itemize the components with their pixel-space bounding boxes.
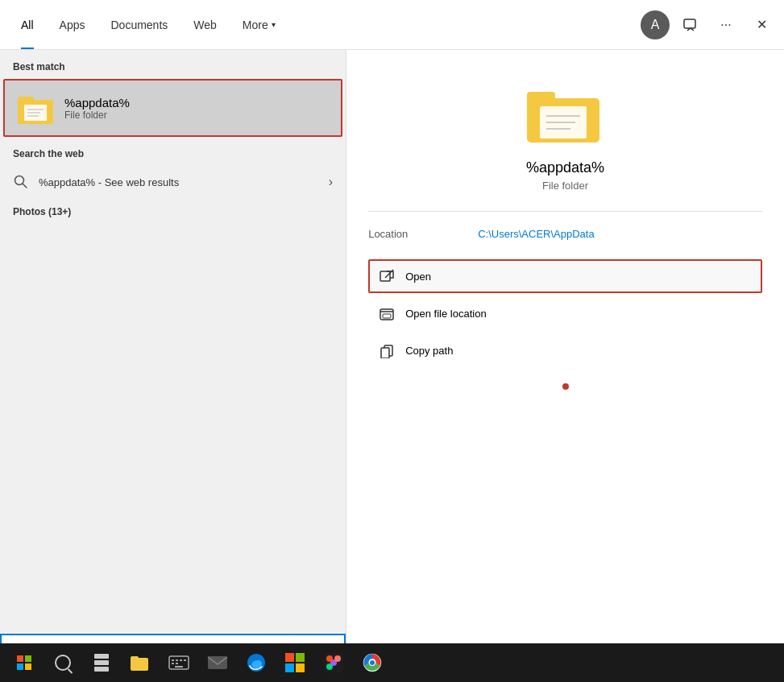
svg-rect-27 (25, 663, 31, 670)
svg-rect-41 (296, 653, 305, 662)
svg-point-46 (326, 655, 333, 662)
folder-icon (16, 89, 55, 127)
right-folder-subtitle: File folder (542, 180, 588, 192)
tab-apps-label: Apps (60, 19, 85, 31)
svg-rect-24 (17, 655, 23, 662)
left-panel: Best match %appdata% File folder (0, 50, 346, 682)
svg-rect-36 (176, 663, 178, 664)
taskbar (0, 643, 784, 682)
taskbar-explorer-btn[interactable] (122, 645, 158, 680)
close-btn[interactable]: ✕ (747, 10, 776, 39)
svg-rect-23 (381, 348, 389, 358)
svg-rect-33 (180, 659, 182, 661)
svg-rect-34 (184, 659, 186, 661)
tab-documents-label: Documents (110, 19, 168, 31)
svg-point-47 (334, 655, 341, 662)
best-match-item[interactable]: %appdata% File folder (3, 79, 342, 137)
svg-rect-31 (172, 659, 174, 661)
svg-point-48 (326, 663, 333, 670)
svg-line-9 (23, 184, 27, 188)
avatar-letter: A (651, 18, 660, 32)
open-label: Open (405, 271, 431, 283)
top-tabs-right: A ··· ✕ (641, 10, 776, 39)
red-dot-indicator (562, 383, 569, 390)
taskview-icon (94, 654, 109, 672)
taskbar-search-icon (55, 655, 71, 671)
best-match-subtitle: File folder (64, 110, 130, 121)
tab-all[interactable]: All (8, 0, 47, 49)
open-file-location-label: Open file location (405, 308, 486, 320)
edge-icon (246, 652, 267, 673)
right-panel: %appdata% File folder Location C:\Users\… (346, 50, 784, 682)
taskbar-chrome-btn[interactable] (355, 645, 390, 680)
copy-path-icon (378, 341, 396, 359)
divider (368, 211, 762, 212)
svg-rect-42 (285, 663, 294, 672)
taskbar-taskview-btn[interactable] (84, 645, 119, 680)
open-file-location-button[interactable]: Open file location (368, 296, 762, 330)
open-file-location-icon (378, 304, 396, 322)
taskbar-figma-btn[interactable] (316, 645, 351, 680)
svg-rect-43 (296, 663, 305, 672)
explorer-icon (130, 652, 151, 673)
svg-point-52 (370, 660, 375, 665)
photos-label: Photos (13+) (0, 198, 346, 224)
right-folder-title: %appdata% (526, 159, 604, 176)
more-options-label: ··· (720, 18, 731, 32)
svg-rect-18 (380, 271, 390, 281)
svg-rect-25 (25, 655, 31, 662)
taskbar-search-btn[interactable] (45, 645, 81, 680)
copy-path-label: Copy path (405, 345, 453, 357)
action-list: Open Open file location (368, 259, 762, 367)
tab-more-label: More (243, 19, 268, 31)
taskbar-keyboard-btn[interactable] (161, 645, 197, 680)
web-search-icon (13, 174, 29, 190)
open-button[interactable]: Open (368, 259, 762, 293)
open-icon (378, 267, 396, 285)
left-panel-spacer (0, 224, 346, 634)
best-match-label: Best match (0, 50, 346, 79)
tab-more[interactable]: More ▾ (230, 0, 288, 49)
keyboard-icon (168, 654, 189, 672)
taskbar-mail-btn[interactable] (200, 645, 235, 680)
location-row: Location C:\Users\ACER\AppData (368, 228, 762, 240)
svg-rect-40 (285, 653, 294, 662)
tab-apps[interactable]: Apps (47, 0, 98, 49)
taskbar-edge-btn[interactable] (239, 645, 274, 680)
svg-rect-38 (208, 656, 227, 669)
more-options-btn[interactable]: ··· (711, 10, 740, 39)
top-tabs: All Apps Documents Web More ▾ A (0, 0, 784, 50)
best-match-text: %appdata% File folder (64, 96, 130, 121)
arrow-right-icon: › (329, 175, 333, 189)
svg-rect-29 (131, 656, 139, 661)
close-icon: ✕ (757, 17, 767, 32)
chat-icon-btn[interactable] (676, 10, 705, 39)
tab-web-label: Web (193, 19, 217, 31)
chevron-down-icon: ▾ (272, 20, 276, 29)
store-icon (284, 652, 305, 673)
svg-rect-0 (684, 19, 695, 28)
svg-rect-32 (176, 659, 178, 661)
best-match-title: %appdata% (64, 96, 130, 110)
svg-rect-35 (172, 663, 174, 664)
location-value[interactable]: C:\Users\ACER\AppData (478, 228, 595, 240)
start-button[interactable] (6, 645, 42, 680)
tab-documents[interactable]: Documents (97, 0, 180, 49)
svg-rect-21 (383, 314, 391, 318)
svg-rect-26 (17, 663, 23, 670)
avatar[interactable]: A (641, 10, 670, 39)
search-window: All Apps Documents Web More ▾ A (0, 0, 784, 682)
tab-all-label: All (21, 19, 34, 31)
tab-web[interactable]: Web (180, 0, 230, 49)
search-web-label: Search the web (0, 137, 346, 166)
figma-icon (323, 652, 344, 673)
web-search-item[interactable]: %appdata% - See web results › (0, 166, 346, 198)
copy-path-button[interactable]: Copy path (368, 333, 762, 367)
chrome-icon (362, 652, 383, 673)
svg-rect-13 (527, 92, 555, 103)
web-search-text: %appdata% - See web results (39, 176, 179, 188)
svg-rect-37 (175, 666, 183, 668)
content-area: Best match %appdata% File folder (0, 50, 784, 682)
location-label: Location (368, 228, 465, 240)
taskbar-store-btn[interactable] (277, 645, 313, 680)
